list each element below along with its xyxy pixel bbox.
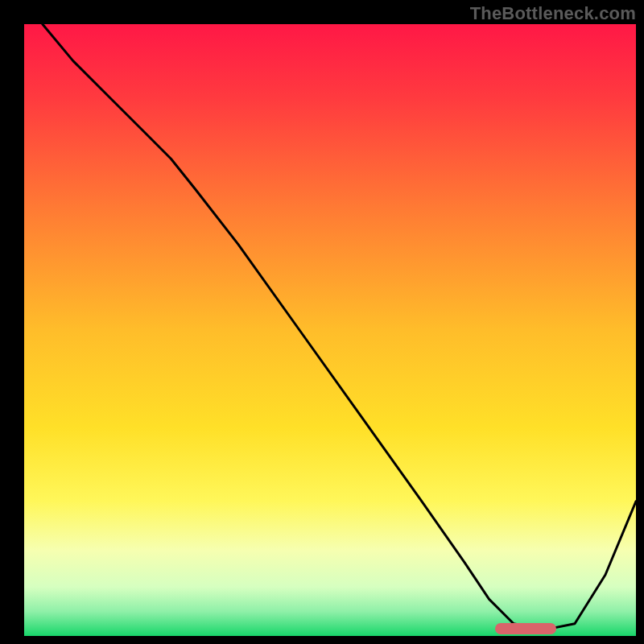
curve-line (24, 24, 636, 636)
bottleneck-chart: TheBottleneck.com (0, 0, 644, 644)
watermark-text: TheBottleneck.com (470, 3, 636, 24)
plot-area (24, 24, 636, 636)
optimal-range-marker (495, 623, 556, 634)
